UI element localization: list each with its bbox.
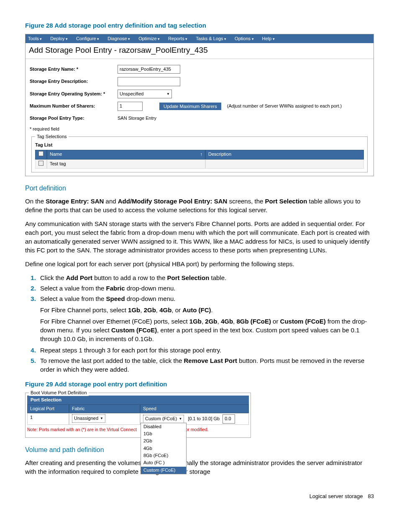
select-entry-os[interactable]: Unspecified ▼ [118,90,172,98]
chevron-down-icon: ▼ [166,92,170,96]
text-bold: Add/Modify Storage Pool Entry: SAN [118,198,228,205]
cell-fabric: Unassigned ▼ [69,413,140,424]
tag-selections-legend: Tag Selections [35,134,69,140]
speed-option[interactable]: 4Gb [141,445,186,452]
tag-list-title: Tag List [35,142,364,148]
volume-path-heading: Volume and path definition [25,445,374,455]
step-2: Select a value from the Fabric drop-down… [38,284,374,293]
text: , [217,318,221,325]
tag-row-name: Test tag [47,159,205,169]
text-bold: 1Gb [189,318,202,325]
text: drop-down menu. [125,295,176,302]
text-bold: 2Gb [205,318,217,325]
col-fabric[interactable]: Fabric [69,404,140,413]
menu-reports[interactable]: Reports [168,36,187,42]
text: For Fibre Channel over Ethernet (FCoE) p… [40,318,189,325]
text: and [104,198,118,205]
text-bold: Remove Last Port [184,357,238,364]
port-row: 1 Unassigned ▼ Custom (FCoE) ▼ [0.1 to 1… [27,413,249,424]
text: . [211,306,213,314]
footer-label: Logical server storage [309,493,363,500]
step-4: Repeat steps 1 through 3 for each port f… [38,346,374,355]
input-max-sharers[interactable]: 1 [118,102,143,111]
text-bold: 1Gb [128,306,140,314]
tag-header-checkbox[interactable] [35,150,47,159]
tag-row[interactable]: Test tag [35,159,364,169]
text-bold: Port Selection [167,274,209,281]
menu-tools[interactable]: Tools [28,36,42,42]
app-menubar: Tools Deploy Configure Diagnose Optimize… [26,34,373,43]
text-bold: Storage Entry: SAN [46,198,104,205]
text-bold: Custom (FCoE) [111,326,157,334]
menu-options[interactable]: Options [235,36,253,42]
text: Click the [40,274,66,281]
fabric-select[interactable]: Unassigned ▼ [72,414,105,422]
text: For Fibre Channel ports, select [40,306,128,314]
text-bold: 8Gb (FCoE) [236,318,271,325]
port-selection-header: Port Selection [27,396,249,404]
update-max-sharers-button[interactable]: Update Maximum Sharers [159,103,221,110]
text: , or [171,306,182,314]
tag-header-name[interactable]: Name ↑ [47,150,205,159]
menu-configure[interactable]: Configure [76,36,99,42]
text: Select a value from the [40,285,106,292]
speed-value-input[interactable]: 0.0 [223,414,235,423]
speed-option[interactable]: Auto (FC ) [141,459,186,466]
menu-help[interactable]: Help [262,36,275,42]
label-max-sharers: Maximum Number of Sharers: [30,103,118,109]
speed-option[interactable]: 2Gb [141,437,186,445]
tag-row-checkbox[interactable] [35,159,47,169]
speed-option[interactable]: 1Gb [141,430,186,437]
speed-option-selected[interactable]: Custom (FCoE) [141,467,186,474]
step-1: Click the Add Port button to add a row t… [38,273,374,282]
boot-volume-fieldset: Boot Volume Port Definition Port Selecti… [25,393,251,438]
tag-header-desc[interactable]: Description [205,150,364,159]
figure-28-title: Figure 28 Add storage pool entry definit… [25,21,374,30]
menu-optimize[interactable]: Optimize [138,36,160,42]
boot-volume-legend: Boot Volume Port Definition [29,390,89,396]
text: Select a value from the [40,295,106,302]
text-bold: Auto (FC) [182,306,211,314]
text: , [140,306,143,314]
tag-table-header: Name ↑ Description [35,150,364,159]
label-entry-type: Storage Pool Entry Type: [30,115,118,121]
speed-select[interactable]: Custom (FCoE) ▼ [143,415,184,423]
screenshot-add-storage-pool: Tools Deploy Configure Diagnose Optimize… [25,34,374,176]
checkbox-icon [38,151,43,156]
figure-29-title: Figure 29 Add storage pool entry port de… [25,380,374,388]
speed-option[interactable]: 8Gb (FCoE) [141,452,186,459]
text: or [271,318,280,325]
speed-select-value: Custom (FCoE) [145,416,177,422]
step-3-fcoe-note: For Fibre Channel over Ethernet (FCoE) p… [40,317,374,343]
checkbox-icon [38,161,43,166]
input-entry-name[interactable]: razorsaw_PoolEntry_435 [118,65,180,74]
tag-row-desc [205,159,364,169]
text-bold: 2Gb [144,306,156,314]
label-entry-desc: Storage Entry Description: [30,78,118,85]
steps-list: Click the Add Port button to add a row t… [27,273,374,374]
value-entry-type: SAN Storage Entry [118,115,156,121]
chevron-down-icon: ▼ [179,416,182,421]
port-def-para-3: Define one logical port for each server … [25,260,374,268]
input-entry-desc[interactable] [118,77,180,86]
adjust-note: (Adjust number of Server WWNs assigned t… [227,103,342,109]
step-3-fc-note: For Fibre Channel ports, select 1Gb, 2Gb… [40,306,374,314]
text-bold: 4Gb [159,306,171,314]
port-def-para-1: On the Storage Entry: SAN and Add/Modify… [25,197,374,214]
port-def-para-2: Any communication with SAN storage start… [25,219,374,254]
col-speed[interactable]: Speed [140,404,249,413]
text-bold: Speed [106,295,125,302]
speed-dropdown-list[interactable]: Disabled 1Gb 2Gb 4Gb 8Gb (FCoE) Auto (FC… [141,423,187,475]
menu-diagnose[interactable]: Diagnose [107,36,130,42]
col-logical-port[interactable]: Logical Port [27,404,69,413]
form-area: Storage Entry Name: * razorsaw_PoolEntry… [26,59,373,176]
cell-logical-port: 1 [27,413,69,424]
speed-option[interactable]: Disabled [141,423,186,430]
port-note: Note: Ports marked with an (*) are in th… [27,427,249,433]
fabric-select-value: Unassigned [74,415,98,421]
menu-tasks-logs[interactable]: Tasks & Logs [196,36,226,42]
text: screens, the [227,198,265,205]
speed-range: [0.1 to 10.0] Gb [188,416,220,421]
text-bold: Port Selection [265,198,307,205]
menu-deploy[interactable]: Deploy [50,36,68,42]
